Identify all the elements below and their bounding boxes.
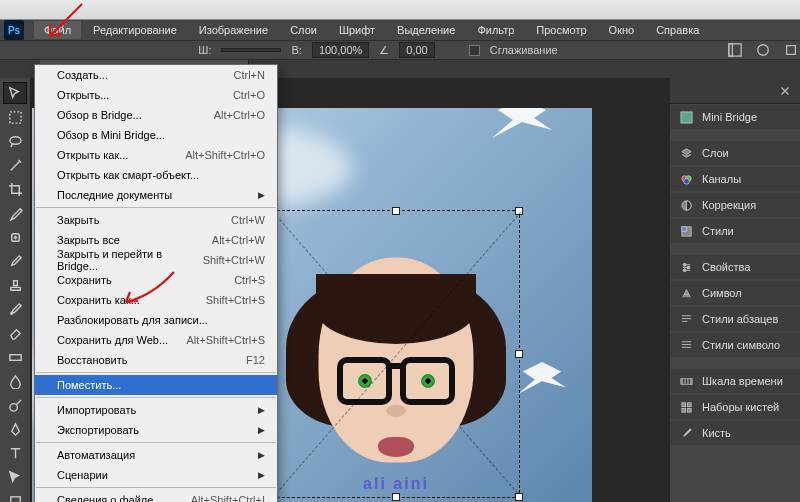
pen-tool[interactable] <box>3 418 27 440</box>
panel-brush-presets[interactable]: Наборы кистей <box>670 395 800 419</box>
submenu-arrow-icon: ▶ <box>258 425 265 435</box>
smoothing-checkbox[interactable] <box>469 45 480 56</box>
panel-layers[interactable]: Слои <box>670 141 800 165</box>
width-input[interactable] <box>221 48 281 52</box>
gradient-tool[interactable] <box>3 346 27 368</box>
svg-rect-16 <box>681 226 686 231</box>
menu-image[interactable]: Изображение <box>189 21 278 39</box>
menu-item--[interactable]: Открыть как...Alt+Shift+Ctrl+O <box>35 145 277 165</box>
crop-tool[interactable] <box>3 178 27 200</box>
menu-item--[interactable]: Поместить... <box>35 375 277 395</box>
menu-view[interactable]: Просмотр <box>526 21 596 39</box>
menu-item--[interactable]: Открыть...Ctrl+O <box>35 85 277 105</box>
svg-point-4 <box>9 136 20 144</box>
menu-item--[interactable]: Сценарии▶ <box>35 465 277 485</box>
panel-label: Символ <box>702 287 742 299</box>
healing-tool[interactable] <box>3 226 27 248</box>
type-tool[interactable] <box>3 442 27 464</box>
panel-channels[interactable]: Каналы <box>670 167 800 191</box>
svg-point-17 <box>683 263 686 266</box>
menu-shortcut: Ctrl+S <box>234 274 265 286</box>
marquee-tool[interactable] <box>3 106 27 128</box>
move-tool[interactable] <box>3 82 27 104</box>
menu-window[interactable]: Окно <box>599 21 645 39</box>
menu-item--[interactable]: Импортировать▶ <box>35 400 277 420</box>
menu-select[interactable]: Выделение <box>387 21 465 39</box>
svg-rect-24 <box>687 408 691 412</box>
placed-image: ali aini <box>273 211 519 497</box>
menu-item-label: Открыть как... <box>57 149 128 161</box>
svg-rect-22 <box>687 402 691 406</box>
menu-shortcut: Shift+Ctrl+S <box>206 294 265 306</box>
transform-handle[interactable] <box>515 493 523 501</box>
menu-item--bridge-[interactable]: Обзор в Bridge...Alt+Ctrl+O <box>35 105 277 125</box>
submenu-arrow-icon: ▶ <box>258 405 265 415</box>
brush-tool[interactable] <box>3 250 27 272</box>
panel-mini-bridge[interactable]: Mini Bridge <box>670 105 800 129</box>
menu-item--mini-bridge-[interactable]: Обзор в Mini Bridge... <box>35 125 277 145</box>
panel-label: Стили абзацев <box>702 313 778 325</box>
panel-adjustments[interactable]: Коррекция <box>670 193 800 217</box>
app-logo: Ps <box>4 20 24 40</box>
menu-item--[interactable]: Сведения о файле...Alt+Shift+Ctrl+I <box>35 490 277 502</box>
menu-item--[interactable]: Разблокировать для записи... <box>35 310 277 330</box>
menu-item--[interactable]: Закрыть всеAlt+Ctrl+W <box>35 230 277 250</box>
dropdown-icon[interactable] <box>782 41 800 59</box>
dodge-tool[interactable] <box>3 394 27 416</box>
menu-item-label: Экспортировать <box>57 424 139 436</box>
menu-filter[interactable]: Фильтр <box>467 21 524 39</box>
menu-item-label: Создать... <box>57 69 108 81</box>
transform-handle[interactable] <box>515 207 523 215</box>
shape-tool[interactable] <box>3 490 27 502</box>
menu-item--[interactable]: ЗакрытьCtrl+W <box>35 210 277 230</box>
svg-rect-9 <box>10 496 19 502</box>
collapse-icon[interactable] <box>776 82 794 100</box>
blur-tool[interactable] <box>3 370 27 392</box>
menu-item--web-[interactable]: Сохранить для Web...Alt+Shift+Ctrl+S <box>35 330 277 350</box>
watermark-text: ali aini <box>363 475 429 493</box>
menu-layers[interactable]: Слои <box>280 21 327 39</box>
menu-edit[interactable]: Редактирование <box>83 21 187 39</box>
path-tool[interactable] <box>3 466 27 488</box>
panel-styles[interactable]: Стили <box>670 219 800 243</box>
menu-help[interactable]: Справка <box>646 21 709 39</box>
menu-shortcut: Alt+Shift+Ctrl+I <box>191 494 265 502</box>
panel-char-styles[interactable]: Стили символо <box>670 333 800 357</box>
transform-frame[interactable]: ali aini <box>272 210 520 498</box>
svg-rect-0 <box>729 44 741 56</box>
panel-brush[interactable]: Кисть <box>670 421 800 445</box>
menu-shortcut: Alt+Shift+Ctrl+S <box>186 334 265 346</box>
menu-item-label: Открыть... <box>57 89 109 101</box>
menu-item--[interactable]: ВосстановитьF12 <box>35 350 277 370</box>
panel-toggle-icon[interactable] <box>726 41 744 59</box>
menu-item--[interactable]: Создать...Ctrl+N <box>35 65 277 85</box>
panel-paragraph-styles[interactable]: Стили абзацев <box>670 307 800 331</box>
adjustments-icon <box>678 197 694 213</box>
menu-shortcut: Alt+Ctrl+O <box>214 109 265 121</box>
panel-character[interactable]: Символ <box>670 281 800 305</box>
svg-rect-7 <box>9 354 20 360</box>
height-label: В: <box>291 44 301 56</box>
channels-icon <box>678 171 694 187</box>
menu-type[interactable]: Шрифт <box>329 21 385 39</box>
transform-handle[interactable] <box>515 350 523 358</box>
svg-rect-3 <box>9 111 20 122</box>
transform-handle[interactable] <box>392 207 400 215</box>
panel-properties[interactable]: Свойства <box>670 255 800 279</box>
eraser-tool[interactable] <box>3 322 27 344</box>
workspace-icon[interactable] <box>754 41 772 59</box>
height-input[interactable]: 100,00% <box>312 42 369 58</box>
lasso-tool[interactable] <box>3 130 27 152</box>
menu-item--[interactable]: Последние документы▶ <box>35 185 277 205</box>
menu-item-label: Сценарии <box>57 469 108 481</box>
transform-handle[interactable] <box>392 493 400 501</box>
menu-item--[interactable]: Экспортировать▶ <box>35 420 277 440</box>
menu-item--[interactable]: Открыть как смарт-объект... <box>35 165 277 185</box>
menu-item--[interactable]: Автоматизация▶ <box>35 445 277 465</box>
stamp-tool[interactable] <box>3 274 27 296</box>
wand-tool[interactable] <box>3 154 27 176</box>
history-brush-tool[interactable] <box>3 298 27 320</box>
panel-timeline[interactable]: Шкала времени <box>670 369 800 393</box>
eyedropper-tool[interactable] <box>3 202 27 224</box>
angle-input[interactable]: 0,00 <box>399 42 434 58</box>
